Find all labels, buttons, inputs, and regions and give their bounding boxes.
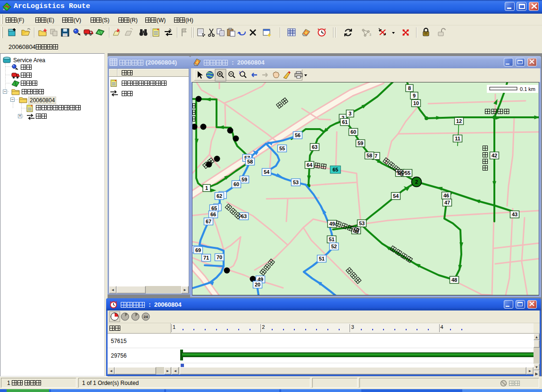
- svg-text:24: 24: [144, 315, 148, 319]
- svg-text:3: 3: [369, 33, 371, 36]
